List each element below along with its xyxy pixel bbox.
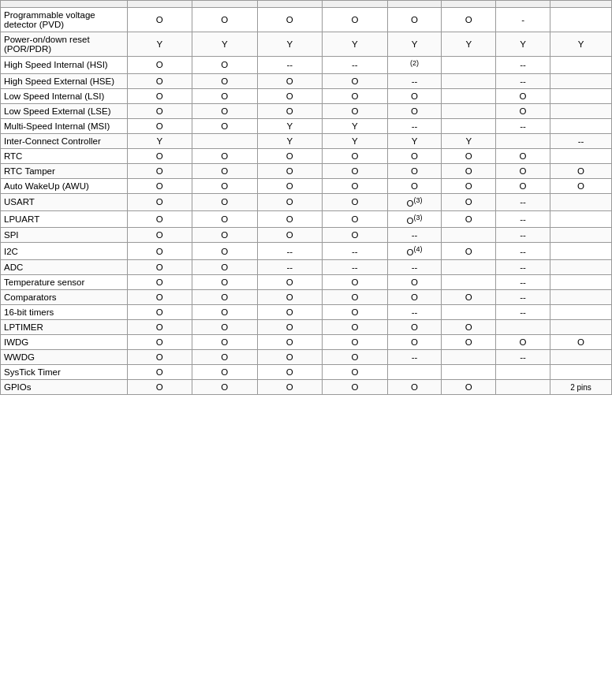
feature-cell: High Speed Internal (HSI) xyxy=(1,57,128,74)
data-cell: O xyxy=(550,335,611,350)
data-cell: O xyxy=(127,210,192,228)
feature-cell: Low Speed Internal (LSI) xyxy=(1,88,128,103)
data-cell: (2) xyxy=(387,57,442,74)
data-cell: Y xyxy=(257,118,323,133)
data-cell: -- xyxy=(257,260,323,275)
data-cell: O xyxy=(323,275,388,290)
data-cell: O xyxy=(442,320,496,335)
feature-cell: RTC xyxy=(1,148,128,163)
data-cell xyxy=(550,365,611,380)
data-cell: O xyxy=(257,335,323,350)
data-cell: O xyxy=(127,335,192,350)
data-cell: O xyxy=(257,275,323,290)
data-cell: O xyxy=(323,178,388,193)
col-header-7 xyxy=(496,1,550,8)
data-cell: -- xyxy=(496,210,550,228)
data-cell: 2 pins xyxy=(550,380,611,395)
data-cell: O xyxy=(323,335,388,350)
feature-cell: High Speed External (HSE) xyxy=(1,73,128,88)
data-cell: Y xyxy=(257,32,323,57)
data-cell xyxy=(550,118,611,133)
data-cell: O xyxy=(192,163,258,178)
data-cell xyxy=(442,365,496,380)
data-cell: -- xyxy=(496,118,550,133)
data-cell: -- xyxy=(387,305,442,320)
data-cell: O xyxy=(387,148,442,163)
data-cell: O xyxy=(323,8,388,32)
data-cell: -- xyxy=(387,73,442,88)
data-cell: O xyxy=(550,178,611,193)
data-cell: O xyxy=(496,103,550,118)
feature-cell: SPI xyxy=(1,228,128,243)
data-cell: -- xyxy=(257,243,323,260)
data-cell: O xyxy=(496,88,550,103)
data-cell xyxy=(550,148,611,163)
data-cell: O xyxy=(323,148,388,163)
feature-cell: Auto WakeUp (AWU) xyxy=(1,178,128,193)
data-cell: -- xyxy=(323,57,388,74)
feature-cell: LPTIMER xyxy=(1,320,128,335)
data-cell: O xyxy=(127,103,192,118)
data-cell: -- xyxy=(496,350,550,365)
data-cell: O xyxy=(127,365,192,380)
feature-cell: WWDG xyxy=(1,350,128,365)
data-cell: O xyxy=(442,290,496,305)
data-cell: O xyxy=(257,228,323,243)
data-cell: O xyxy=(127,118,192,133)
data-cell xyxy=(550,193,611,210)
data-cell: O xyxy=(127,163,192,178)
data-cell: O xyxy=(257,178,323,193)
data-cell xyxy=(550,210,611,228)
data-cell: O xyxy=(323,350,388,365)
data-cell: O xyxy=(387,290,442,305)
data-cell: O xyxy=(192,88,258,103)
data-cell: Y xyxy=(496,32,550,57)
data-cell: Y xyxy=(442,32,496,57)
data-cell: O xyxy=(323,163,388,178)
data-cell: O xyxy=(496,178,550,193)
data-cell: O xyxy=(323,305,388,320)
feature-cell: Low Speed External (LSE) xyxy=(1,103,128,118)
data-cell: O xyxy=(387,178,442,193)
data-cell: O(3) xyxy=(387,210,442,228)
data-cell: O xyxy=(323,365,388,380)
table-row: Programmable voltage detector (PVD)OOOOO… xyxy=(1,8,612,32)
data-cell xyxy=(496,380,550,395)
data-cell: O xyxy=(257,350,323,365)
data-cell: O xyxy=(387,335,442,350)
data-cell: O xyxy=(192,365,258,380)
data-cell: O xyxy=(442,8,496,32)
col-header-3 xyxy=(257,1,323,8)
data-cell: O xyxy=(323,103,388,118)
data-cell xyxy=(550,228,611,243)
data-cell: Y xyxy=(387,133,442,148)
data-cell: Y xyxy=(192,32,258,57)
data-cell xyxy=(496,320,550,335)
data-cell: O xyxy=(192,148,258,163)
data-cell xyxy=(550,103,611,118)
table-row: LPUARTOOOOO(3)O-- xyxy=(1,210,612,228)
data-cell: O xyxy=(323,228,388,243)
data-cell: -- xyxy=(387,350,442,365)
data-cell: -- xyxy=(496,275,550,290)
data-cell: Y xyxy=(257,133,323,148)
data-cell xyxy=(550,8,611,32)
data-cell xyxy=(550,73,611,88)
data-cell: O xyxy=(127,178,192,193)
table-row: GPIOsOOOOOO2 pins xyxy=(1,380,612,395)
data-cell: O xyxy=(192,103,258,118)
col-header-2 xyxy=(192,1,258,8)
data-cell: O xyxy=(127,148,192,163)
data-cell xyxy=(496,365,550,380)
data-cell xyxy=(550,305,611,320)
data-cell: O xyxy=(127,73,192,88)
feature-cell: Multi-Speed Internal (MSI) xyxy=(1,118,128,133)
data-cell: Y xyxy=(127,133,192,148)
feature-cell: IWDG xyxy=(1,335,128,350)
feature-cell: Comparators xyxy=(1,290,128,305)
data-cell xyxy=(442,103,496,118)
data-cell xyxy=(442,228,496,243)
table-row: High Speed External (HSE)OOOO---- xyxy=(1,73,612,88)
data-cell xyxy=(550,260,611,275)
data-cell: O xyxy=(192,193,258,210)
